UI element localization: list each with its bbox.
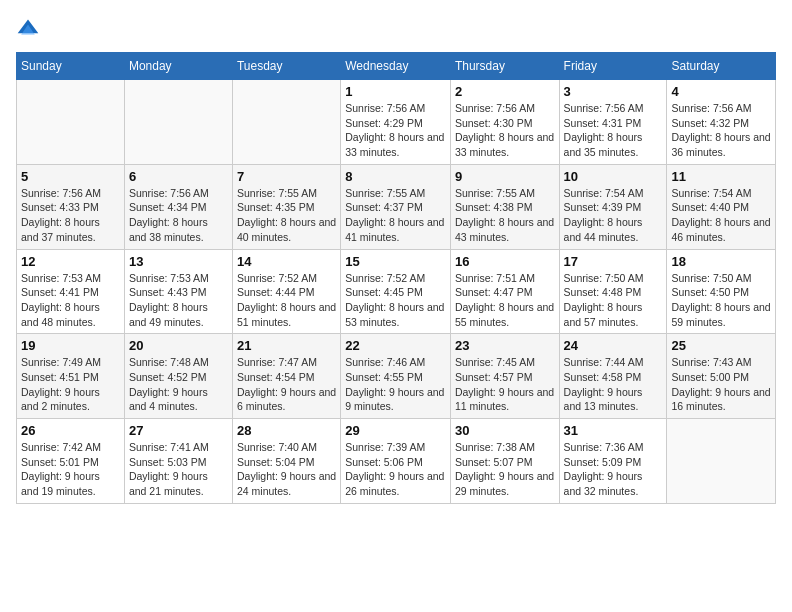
calendar-cell: [667, 419, 776, 504]
day-number: 8: [345, 169, 446, 184]
calendar-table: SundayMondayTuesdayWednesdayThursdayFrid…: [16, 52, 776, 504]
calendar-cell: 6Sunrise: 7:56 AM Sunset: 4:34 PM Daylig…: [124, 164, 232, 249]
calendar-cell: 7Sunrise: 7:55 AM Sunset: 4:35 PM Daylig…: [232, 164, 340, 249]
day-info: Sunrise: 7:56 AM Sunset: 4:31 PM Dayligh…: [564, 101, 663, 160]
calendar-cell: 16Sunrise: 7:51 AM Sunset: 4:47 PM Dayli…: [450, 249, 559, 334]
calendar-cell: 3Sunrise: 7:56 AM Sunset: 4:31 PM Daylig…: [559, 80, 667, 165]
calendar-body: 1Sunrise: 7:56 AM Sunset: 4:29 PM Daylig…: [17, 80, 776, 504]
logo-icon: [16, 16, 40, 40]
logo: [16, 16, 44, 40]
day-number: 31: [564, 423, 663, 438]
day-number: 21: [237, 338, 336, 353]
day-info: Sunrise: 7:38 AM Sunset: 5:07 PM Dayligh…: [455, 440, 555, 499]
day-number: 16: [455, 254, 555, 269]
calendar-cell: 15Sunrise: 7:52 AM Sunset: 4:45 PM Dayli…: [341, 249, 451, 334]
day-info: Sunrise: 7:40 AM Sunset: 5:04 PM Dayligh…: [237, 440, 336, 499]
day-info: Sunrise: 7:54 AM Sunset: 4:39 PM Dayligh…: [564, 186, 663, 245]
calendar-cell: 4Sunrise: 7:56 AM Sunset: 4:32 PM Daylig…: [667, 80, 776, 165]
dow-header: Friday: [559, 53, 667, 80]
day-info: Sunrise: 7:49 AM Sunset: 4:51 PM Dayligh…: [21, 355, 120, 414]
day-info: Sunrise: 7:47 AM Sunset: 4:54 PM Dayligh…: [237, 355, 336, 414]
day-number: 25: [671, 338, 771, 353]
day-number: 14: [237, 254, 336, 269]
calendar-cell: 2Sunrise: 7:56 AM Sunset: 4:30 PM Daylig…: [450, 80, 559, 165]
calendar-cell: 9Sunrise: 7:55 AM Sunset: 4:38 PM Daylig…: [450, 164, 559, 249]
day-info: Sunrise: 7:42 AM Sunset: 5:01 PM Dayligh…: [21, 440, 120, 499]
days-of-week-row: SundayMondayTuesdayWednesdayThursdayFrid…: [17, 53, 776, 80]
dow-header: Saturday: [667, 53, 776, 80]
dow-header: Thursday: [450, 53, 559, 80]
day-info: Sunrise: 7:52 AM Sunset: 4:45 PM Dayligh…: [345, 271, 446, 330]
day-number: 23: [455, 338, 555, 353]
day-info: Sunrise: 7:54 AM Sunset: 4:40 PM Dayligh…: [671, 186, 771, 245]
calendar-cell: 18Sunrise: 7:50 AM Sunset: 4:50 PM Dayli…: [667, 249, 776, 334]
calendar-cell: 25Sunrise: 7:43 AM Sunset: 5:00 PM Dayli…: [667, 334, 776, 419]
day-info: Sunrise: 7:44 AM Sunset: 4:58 PM Dayligh…: [564, 355, 663, 414]
day-number: 2: [455, 84, 555, 99]
day-info: Sunrise: 7:53 AM Sunset: 4:43 PM Dayligh…: [129, 271, 228, 330]
day-info: Sunrise: 7:50 AM Sunset: 4:48 PM Dayligh…: [564, 271, 663, 330]
calendar-cell: 5Sunrise: 7:56 AM Sunset: 4:33 PM Daylig…: [17, 164, 125, 249]
day-info: Sunrise: 7:36 AM Sunset: 5:09 PM Dayligh…: [564, 440, 663, 499]
calendar-cell: 22Sunrise: 7:46 AM Sunset: 4:55 PM Dayli…: [341, 334, 451, 419]
day-info: Sunrise: 7:48 AM Sunset: 4:52 PM Dayligh…: [129, 355, 228, 414]
page-header: [16, 16, 776, 40]
calendar-cell: [124, 80, 232, 165]
calendar-cell: 17Sunrise: 7:50 AM Sunset: 4:48 PM Dayli…: [559, 249, 667, 334]
calendar-week-row: 5Sunrise: 7:56 AM Sunset: 4:33 PM Daylig…: [17, 164, 776, 249]
day-info: Sunrise: 7:56 AM Sunset: 4:32 PM Dayligh…: [671, 101, 771, 160]
day-number: 7: [237, 169, 336, 184]
day-number: 1: [345, 84, 446, 99]
day-number: 10: [564, 169, 663, 184]
calendar-cell: 10Sunrise: 7:54 AM Sunset: 4:39 PM Dayli…: [559, 164, 667, 249]
day-info: Sunrise: 7:56 AM Sunset: 4:34 PM Dayligh…: [129, 186, 228, 245]
day-number: 18: [671, 254, 771, 269]
day-info: Sunrise: 7:50 AM Sunset: 4:50 PM Dayligh…: [671, 271, 771, 330]
day-number: 5: [21, 169, 120, 184]
calendar-cell: 23Sunrise: 7:45 AM Sunset: 4:57 PM Dayli…: [450, 334, 559, 419]
day-number: 29: [345, 423, 446, 438]
day-info: Sunrise: 7:56 AM Sunset: 4:29 PM Dayligh…: [345, 101, 446, 160]
calendar-cell: 20Sunrise: 7:48 AM Sunset: 4:52 PM Dayli…: [124, 334, 232, 419]
calendar-week-row: 12Sunrise: 7:53 AM Sunset: 4:41 PM Dayli…: [17, 249, 776, 334]
day-number: 6: [129, 169, 228, 184]
calendar-cell: [232, 80, 340, 165]
dow-header: Monday: [124, 53, 232, 80]
calendar-cell: 30Sunrise: 7:38 AM Sunset: 5:07 PM Dayli…: [450, 419, 559, 504]
calendar-cell: 11Sunrise: 7:54 AM Sunset: 4:40 PM Dayli…: [667, 164, 776, 249]
day-info: Sunrise: 7:39 AM Sunset: 5:06 PM Dayligh…: [345, 440, 446, 499]
day-info: Sunrise: 7:45 AM Sunset: 4:57 PM Dayligh…: [455, 355, 555, 414]
dow-header: Tuesday: [232, 53, 340, 80]
calendar-cell: 29Sunrise: 7:39 AM Sunset: 5:06 PM Dayli…: [341, 419, 451, 504]
calendar-week-row: 1Sunrise: 7:56 AM Sunset: 4:29 PM Daylig…: [17, 80, 776, 165]
day-info: Sunrise: 7:43 AM Sunset: 5:00 PM Dayligh…: [671, 355, 771, 414]
day-info: Sunrise: 7:51 AM Sunset: 4:47 PM Dayligh…: [455, 271, 555, 330]
day-number: 17: [564, 254, 663, 269]
day-info: Sunrise: 7:56 AM Sunset: 4:30 PM Dayligh…: [455, 101, 555, 160]
day-number: 28: [237, 423, 336, 438]
day-info: Sunrise: 7:55 AM Sunset: 4:35 PM Dayligh…: [237, 186, 336, 245]
day-number: 13: [129, 254, 228, 269]
day-info: Sunrise: 7:53 AM Sunset: 4:41 PM Dayligh…: [21, 271, 120, 330]
calendar-cell: 13Sunrise: 7:53 AM Sunset: 4:43 PM Dayli…: [124, 249, 232, 334]
dow-header: Sunday: [17, 53, 125, 80]
dow-header: Wednesday: [341, 53, 451, 80]
calendar-cell: 21Sunrise: 7:47 AM Sunset: 4:54 PM Dayli…: [232, 334, 340, 419]
day-number: 3: [564, 84, 663, 99]
day-number: 12: [21, 254, 120, 269]
day-number: 22: [345, 338, 446, 353]
day-number: 24: [564, 338, 663, 353]
day-number: 19: [21, 338, 120, 353]
day-number: 15: [345, 254, 446, 269]
day-info: Sunrise: 7:55 AM Sunset: 4:37 PM Dayligh…: [345, 186, 446, 245]
day-number: 9: [455, 169, 555, 184]
day-number: 27: [129, 423, 228, 438]
calendar-cell: 28Sunrise: 7:40 AM Sunset: 5:04 PM Dayli…: [232, 419, 340, 504]
day-number: 11: [671, 169, 771, 184]
calendar-cell: 27Sunrise: 7:41 AM Sunset: 5:03 PM Dayli…: [124, 419, 232, 504]
day-number: 26: [21, 423, 120, 438]
calendar-cell: 31Sunrise: 7:36 AM Sunset: 5:09 PM Dayli…: [559, 419, 667, 504]
calendar-week-row: 19Sunrise: 7:49 AM Sunset: 4:51 PM Dayli…: [17, 334, 776, 419]
day-info: Sunrise: 7:56 AM Sunset: 4:33 PM Dayligh…: [21, 186, 120, 245]
calendar-cell: 24Sunrise: 7:44 AM Sunset: 4:58 PM Dayli…: [559, 334, 667, 419]
